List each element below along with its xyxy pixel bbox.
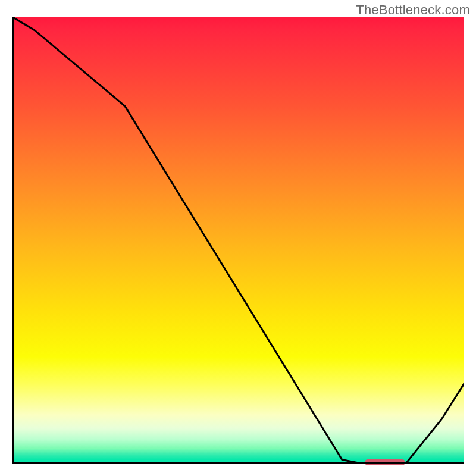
baseline-marker [365,459,405,465]
curve-line [12,17,464,464]
chart-container: TheBottleneck.com [0,0,476,476]
plot-area [12,17,464,464]
curve-svg [12,17,464,464]
watermark-text: TheBottleneck.com [356,2,470,18]
